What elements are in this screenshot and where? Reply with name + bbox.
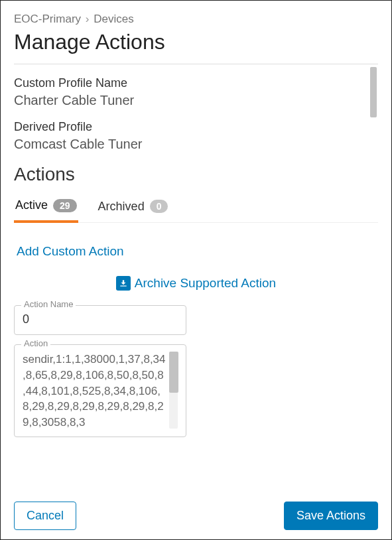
breadcrumb-root[interactable]: EOC-Primary xyxy=(14,13,81,25)
breadcrumb-current[interactable]: Devices xyxy=(94,13,133,25)
tab-archived[interactable]: Archived 0 xyxy=(97,196,170,222)
action-name-label: Action Name xyxy=(21,299,76,309)
add-custom-action-link[interactable]: Add Custom Action xyxy=(17,244,124,259)
tabs: Active 29 Archived 0 xyxy=(14,196,378,223)
save-actions-button[interactable]: Save Actions xyxy=(284,502,378,530)
action-name-group: Action Name xyxy=(14,305,186,335)
tab-active[interactable]: Active 29 xyxy=(14,196,78,223)
archive-supported-action-link[interactable]: Archive Supported Action xyxy=(135,276,276,291)
tab-archived-count: 0 xyxy=(150,200,168,213)
scrollbar[interactable] xyxy=(370,67,377,469)
breadcrumb-separator: › xyxy=(86,13,90,25)
action-name-input[interactable] xyxy=(23,312,178,326)
breadcrumb: EOC-Primary › Devices xyxy=(14,13,378,26)
tab-active-label: Active xyxy=(15,198,48,212)
cancel-button[interactable]: Cancel xyxy=(14,502,76,530)
derived-profile-label: Derived Profile xyxy=(14,120,378,134)
content-scroll[interactable]: Custom Profile Name Charter Cable Tuner … xyxy=(14,64,378,469)
archive-icon[interactable] xyxy=(116,276,131,291)
actions-section-title: Actions xyxy=(14,164,378,185)
action-textarea[interactable] xyxy=(23,352,166,429)
action-group: Action xyxy=(14,344,186,437)
action-label: Action xyxy=(21,338,50,348)
tab-archived-label: Archived xyxy=(98,200,145,214)
svg-rect-0 xyxy=(120,286,126,287)
custom-profile-name-value: Charter Cable Tuner xyxy=(14,93,378,108)
custom-profile-name-label: Custom Profile Name xyxy=(14,76,378,90)
derived-profile-value: Comcast Cable Tuner xyxy=(14,137,378,152)
footer: Cancel Save Actions xyxy=(14,502,378,530)
scrollbar-thumb[interactable] xyxy=(370,67,377,117)
page-title: Manage Actions xyxy=(14,30,378,54)
textarea-scrollbar[interactable] xyxy=(169,352,178,429)
tab-active-count: 29 xyxy=(53,199,77,212)
textarea-scrollbar-thumb[interactable] xyxy=(169,352,178,393)
